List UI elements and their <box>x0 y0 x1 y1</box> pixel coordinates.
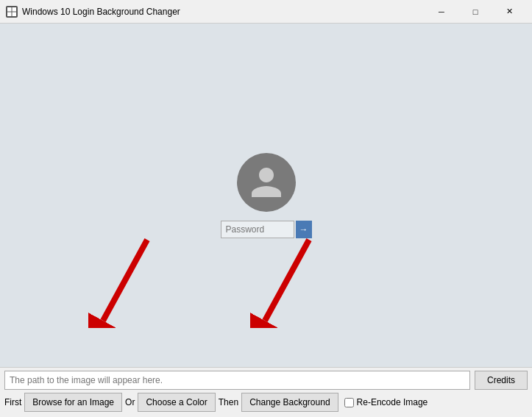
password-field-wrapper <box>221 221 312 238</box>
password-input[interactable] <box>221 221 294 238</box>
reencode-checkbox[interactable] <box>344 398 354 407</box>
then-label: Then <box>219 397 238 407</box>
svg-line-7 <box>265 240 309 321</box>
window-controls: ─ □ ✕ <box>425 0 526 24</box>
reencode-wrapper: Re-Encode Image <box>344 397 428 407</box>
path-input[interactable] <box>4 371 470 390</box>
browse-image-button[interactable]: Browse for an Image <box>24 393 122 412</box>
svg-rect-1 <box>13 7 17 12</box>
right-arrow <box>250 232 331 330</box>
left-arrow <box>88 232 169 330</box>
title-bar: Windows 10 Login Background Changer ─ □ … <box>0 0 532 24</box>
login-preview <box>221 153 312 238</box>
change-background-button[interactable]: Change Background <box>241 393 338 412</box>
or-label: Or <box>125 397 135 407</box>
svg-line-5 <box>103 240 147 321</box>
path-row: Credits <box>4 371 528 390</box>
buttons-row: First Browse for an Image Or Choose a Co… <box>4 393 528 412</box>
user-icon <box>248 164 285 201</box>
close-button[interactable]: ✕ <box>492 0 526 24</box>
password-submit-button[interactable] <box>296 221 312 238</box>
svg-rect-2 <box>7 12 12 16</box>
credits-button[interactable]: Credits <box>475 371 528 390</box>
bottom-bar: Credits First Browse for an Image Or Cho… <box>0 367 532 417</box>
svg-rect-3 <box>13 12 17 16</box>
choose-color-button[interactable]: Choose a Color <box>138 393 215 412</box>
avatar <box>237 153 296 212</box>
app-icon <box>6 6 18 18</box>
svg-rect-0 <box>7 7 12 12</box>
maximize-button[interactable]: □ <box>458 0 492 24</box>
arrow-container <box>0 242 532 330</box>
minimize-button[interactable]: ─ <box>425 0 458 24</box>
window-title: Windows 10 Login Background Changer <box>22 7 425 17</box>
first-label: First <box>4 397 21 407</box>
reencode-label: Re-Encode Image <box>357 397 428 407</box>
main-content <box>0 24 532 367</box>
